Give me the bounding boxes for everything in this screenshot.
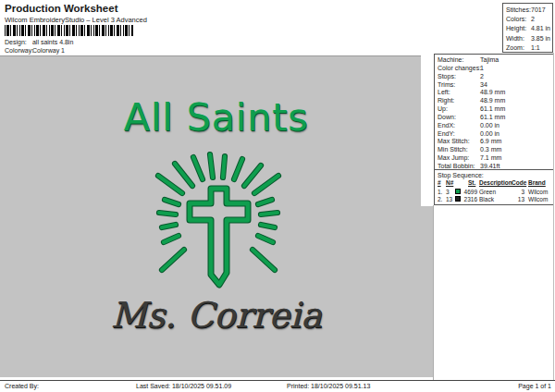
embroidery-text-all-saints: All Saints xyxy=(0,95,433,140)
cross-icon xyxy=(190,189,248,285)
design-label: Design: xyxy=(5,39,31,45)
col-desc: Description xyxy=(479,179,512,186)
stat-width: Width:3.85 in xyxy=(506,34,552,43)
column-divider-line xyxy=(433,205,434,380)
machine-row: Down:61.1 mm xyxy=(435,114,553,122)
machine-row: Up:61.1 mm xyxy=(435,105,553,114)
machine-row: Right:48.9 mm xyxy=(435,97,553,105)
stat-height: Height:4.81 in xyxy=(506,24,552,33)
page-edge-line xyxy=(553,53,554,380)
footer-page-number: Page 1 of 1 xyxy=(518,383,551,389)
stat-stitches: Stitches:7017 xyxy=(506,6,552,15)
app-subtitle: Wilcom EmbroideryStudio – Level 3 Advanc… xyxy=(5,16,147,24)
machine-row: Trims:34 xyxy=(435,81,553,90)
stat-colors: Colors:2 xyxy=(506,15,552,24)
machine-row: Max Stitch:6.9 mm xyxy=(435,138,553,146)
barcode-image xyxy=(5,25,133,36)
machine-row: Machine:Tajima xyxy=(435,56,553,65)
col-n: N# xyxy=(446,179,453,186)
design-canvas: All Saints xyxy=(0,55,433,377)
col-code: Code xyxy=(512,179,526,186)
thread-swatch xyxy=(455,189,461,194)
machine-row: EndY:0.00 in xyxy=(435,130,553,139)
design-stats-panel: Stitches:7017 Colors:2 Height:4.81 in Wi… xyxy=(502,3,553,53)
worksheet-page: Production Worksheet Wilcom EmbroiderySt… xyxy=(0,0,555,392)
machine-row: Max Jump:7.1 mm xyxy=(435,154,553,163)
page-title: Production Worksheet xyxy=(5,3,117,14)
machine-row: Left:48.9 mm xyxy=(435,89,553,97)
machine-row: Stops:2 xyxy=(435,73,553,81)
machine-info-panel: Machine:Tajima Color changes:1 Stops:2 T… xyxy=(434,54,554,170)
footer-last-saved: Last Saved: 18/10/2025 09.51.09 xyxy=(136,383,231,389)
col-num: # xyxy=(438,179,441,186)
footer-divider-line xyxy=(0,380,555,381)
colorway-value: Colorway 1 xyxy=(32,47,65,54)
stop-sequence-title: Stop Sequence: xyxy=(438,172,484,178)
colorway-row: Colorway: Colorway 1 xyxy=(5,47,65,54)
footer-printed: Printed: 18/10/2025 09.51.13 xyxy=(287,383,370,389)
design-value: all saints 4.8in xyxy=(32,39,73,45)
design-row: Design: all saints 4.8in xyxy=(5,39,73,45)
embroidery-text-name: Ms. Correia xyxy=(0,295,433,336)
rays-outline xyxy=(158,154,278,270)
col-st: St. xyxy=(468,179,475,186)
thread-swatch xyxy=(455,196,461,202)
cross-with-rays-icon xyxy=(139,149,296,293)
stop-sequence-panel: Stop Sequence: # N# St. Description Code… xyxy=(434,170,554,205)
machine-row: Color changes:1 xyxy=(435,65,553,73)
footer-created-by: Created By: xyxy=(5,383,39,389)
machine-row: EndX:0.00 in xyxy=(435,122,553,130)
colorway-label: Colorway: xyxy=(5,47,31,54)
machine-row: Min Stitch:0.3 mm xyxy=(435,146,553,154)
stat-zoom: Zoom:1:1 xyxy=(506,43,552,53)
col-brand: Brand xyxy=(528,179,546,186)
